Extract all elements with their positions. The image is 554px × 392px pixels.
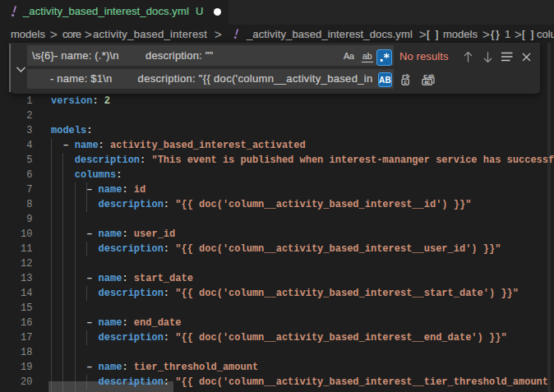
svg-text:b: b bbox=[406, 73, 409, 80]
svg-text:c: c bbox=[404, 80, 407, 85]
svg-text:ac: ac bbox=[424, 80, 430, 85]
